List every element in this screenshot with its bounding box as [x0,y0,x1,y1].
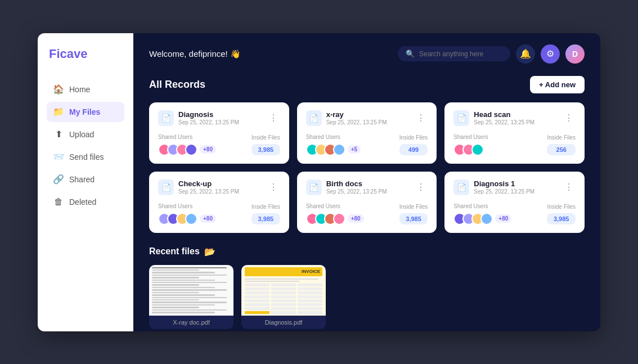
record-card[interactable]: 📄 Diagnosis Sep 25, 2022, 13:25 PM ⋮ Sha… [149,102,289,164]
sidebar: Ficave 🏠 Home 📁 My Files ⬆ Upload 📨 Send… [38,33,133,331]
sidebar-item-home[interactable]: 🏠 Home [47,79,124,100]
record-date: Sep 25, 2022, 13:25 PM [326,188,387,195]
main-content: Welcome, defiprince! 👋 🔍 🔔 ⚙ D All Recor… [133,33,600,331]
sidebar-item-my-files[interactable]: 📁 My Files [47,102,124,122]
recent-files-row: X-ray doc.pdf INVOICE Diagnosis.pdf [149,265,585,329]
avatars-row: +5 [306,143,361,156]
record-type-icon: 📄 [306,179,322,195]
sidebar-item-deleted[interactable]: 🗑 Deleted [47,192,124,212]
files-count-badge: 256 [547,144,576,155]
user-avatar[interactable]: D [565,44,585,64]
record-date: Sep 25, 2022, 13:25 PM [474,119,534,125]
inside-files-label: Inside Files [547,204,576,210]
inside-files-col: Inside Files 256 [547,134,576,155]
avatar-count-badge: +80 [200,214,216,223]
recent-file-card[interactable]: INVOICE Diagnosis.pdf [241,265,326,329]
record-type-icon: 📄 [453,110,469,126]
notifications-button[interactable]: 🔔 [516,44,535,64]
record-info: 📄 Diagnosis Sep 25, 2022, 13:25 PM [158,110,239,126]
record-more-button[interactable]: ⋮ [414,111,428,124]
shared-users-col: Shared Users +80 [158,134,216,156]
record-card-header: 📄 Head scan Sep 25, 2022, 13:25 PM ⋮ [453,110,576,126]
record-card[interactable]: 📄 Head scan Sep 25, 2022, 13:25 PM ⋮ Sha… [444,102,585,164]
files-count-badge: 3,985 [547,213,576,224]
record-card[interactable]: 📄 Birth docs Sep 25, 2022, 13:25 PM ⋮ Sh… [297,172,437,233]
record-card[interactable]: 📄 x-ray Sep 25, 2022, 13:25 PM ⋮ Shared … [297,102,437,164]
record-card[interactable]: 📄 Check-up Sep 25, 2022, 13:25 PM ⋮ Shar… [149,172,289,233]
file-preview [149,265,233,316]
record-more-button[interactable]: ⋮ [414,181,428,194]
welcome-text: Welcome, defiprince! 👋 [149,49,241,59]
record-card-footer: Shared Users +5 Inside Files 499 [306,134,428,156]
record-type-icon: 📄 [158,110,174,126]
settings-button[interactable]: ⚙ [541,44,560,64]
avatar-count-badge: +80 [348,214,364,223]
shared-user-avatar [471,143,484,156]
files-count-badge: 499 [399,144,428,155]
record-date: Sep 25, 2022, 13:25 PM [178,188,239,195]
app-logo: Ficave [47,47,124,61]
record-date: Sep 25, 2022, 13:25 PM [474,188,534,195]
record-card-header: 📄 x-ray Sep 25, 2022, 13:25 PM ⋮ [306,110,428,126]
shared-users-label: Shared Users [306,203,364,209]
record-card[interactable]: 📄 Diagnosis 1 Sep 25, 2022, 13:25 PM ⋮ S… [444,172,585,233]
sidebar-item-label: Shared [69,175,95,184]
shared-user-avatar [333,143,345,156]
avatars-row: +80 [306,213,364,225]
deleted-icon: 🗑 [53,197,64,207]
shared-users-col: Shared Users +80 [453,203,511,225]
avatar-count-badge: +80 [495,214,511,223]
sidebar-nav: 🏠 Home 📁 My Files ⬆ Upload 📨 Send files … [47,79,124,214]
record-more-button[interactable]: ⋮ [562,111,576,124]
avatar-count-badge: +5 [348,145,361,154]
sidebar-item-label: My Files [69,107,100,116]
recent-file-card[interactable]: X-ray doc.pdf [149,265,233,329]
inside-files-label: Inside Files [399,134,428,141]
record-info: 📄 Birth docs Sep 25, 2022, 13:25 PM [306,179,387,195]
shared-users-label: Shared Users [158,134,216,140]
avatars-row: +80 [453,213,511,225]
upload-icon: ⬆ [53,129,64,140]
record-card-footer: Shared Users Inside Files 256 [453,134,576,156]
recent-file-name: Diagnosis.pdf [241,316,326,329]
sidebar-item-shared[interactable]: 🔗 Shared [47,169,124,190]
search-icon: 🔍 [406,50,415,58]
my-files-icon: 📁 [53,107,64,117]
inside-files-label: Inside Files [251,134,280,141]
record-name: x-ray [326,110,387,119]
record-more-button[interactable]: ⋮ [267,111,280,124]
search-bar[interactable]: 🔍 [398,46,510,61]
avatars-row [453,143,488,156]
files-count-badge: 3,985 [251,144,280,155]
inside-files-label: Inside Files [251,204,280,210]
avatar-count-badge: +80 [200,145,216,154]
avatars-row: +80 [158,143,216,156]
record-info: 📄 Check-up Sep 25, 2022, 13:25 PM [158,179,239,195]
record-more-button[interactable]: ⋮ [562,181,576,194]
shared-users-col: Shared Users +80 [306,203,364,225]
inside-files-label: Inside Files [547,134,576,141]
record-card-footer: Shared Users +80 Inside Files 3,985 [453,203,576,225]
record-name: Diagnosis 1 [474,179,534,188]
sidebar-item-upload[interactable]: ⬆ Upload [47,124,124,145]
inside-files-label: Inside Files [399,204,428,210]
shared-users-col: Shared Users +80 [158,203,216,225]
inside-files-col: Inside Files 3,985 [547,204,576,224]
search-input[interactable] [419,50,502,58]
shared-icon: 🔗 [53,174,64,185]
record-name: Diagnosis [178,110,239,119]
record-card-header: 📄 Diagnosis Sep 25, 2022, 13:25 PM ⋮ [158,110,280,126]
shared-user-avatar [480,213,493,225]
recent-file-preview [149,265,233,316]
record-type-icon: 📄 [158,179,174,195]
send-files-icon: 📨 [53,152,64,162]
record-type-icon: 📄 [306,110,322,126]
add-new-button[interactable]: + Add new [530,76,585,93]
sidebar-item-label: Home [69,85,90,94]
record-card-footer: Shared Users +80 Inside Files 3,985 [306,203,428,225]
home-icon: 🏠 [53,84,64,95]
recent-file-name: X-ray doc.pdf [149,316,233,329]
sidebar-item-send-files[interactable]: 📨 Send files [47,147,124,167]
shared-users-label: Shared Users [158,203,216,209]
record-more-button[interactable]: ⋮ [267,181,280,194]
